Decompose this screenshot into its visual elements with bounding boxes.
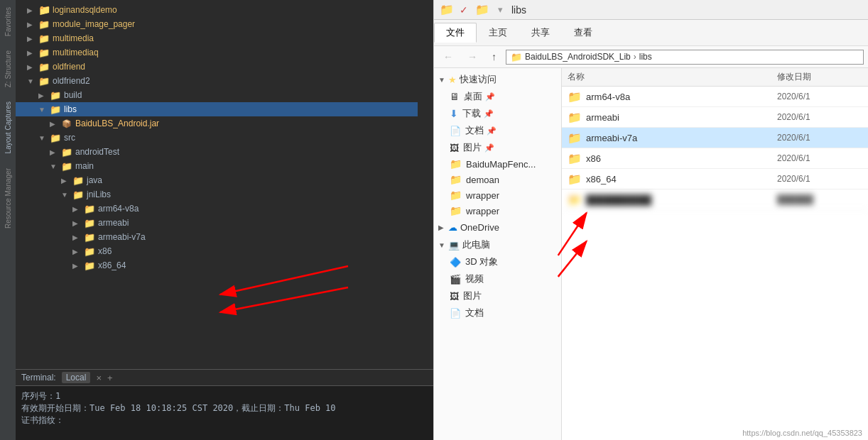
nav-item-documents[interactable]: 📄 文档 📌 <box>434 122 561 139</box>
tree-label: java <box>87 175 102 185</box>
nav-forward-button[interactable]: → <box>462 49 482 65</box>
nav-section-this-pc-header[interactable]: ▼ 💻 此电脑 <box>434 236 561 253</box>
tree-item-main[interactable]: ▼ 📁 main <box>16 159 418 173</box>
nav-item-videos[interactable]: 🎬 视频 <box>434 270 561 287</box>
tree-item-oldfriend2[interactable]: ▼ 📁 oldfriend2 <box>16 74 418 88</box>
nav-item-label: 视频 <box>465 273 484 285</box>
resource-manager-tab[interactable]: Resource Manager <box>2 161 14 236</box>
section-arrow-icon: ▶ <box>438 224 448 231</box>
terminal-close-btn[interactable]: × <box>96 373 102 383</box>
layout-captures-tab[interactable]: Layout Captures <box>2 94 14 160</box>
nav-section-onedrive-header[interactable]: ▶ ☁ OneDrive <box>434 220 561 235</box>
folder-icon: 📁 <box>50 132 61 143</box>
address-path-segment1[interactable]: BaiduLBS_AndroidSDK_Lib <box>525 52 631 62</box>
tree-item-x86[interactable]: ▶ 📁 x86 <box>16 244 418 258</box>
ide-main: ▶ 📁 loginandsqldemo ▶ 📁 module_image_pag… <box>16 0 433 440</box>
col-name-header: 名称 <box>568 71 777 83</box>
nav-item-label: 文档 <box>465 124 484 137</box>
tree-item-libs[interactable]: ▼ 📁 libs <box>16 102 418 116</box>
tree-item-oldfriend[interactable]: ▶ 📁 oldfriend <box>16 60 418 74</box>
address-icon: 📁 <box>511 52 522 62</box>
folder-file-icon: 📁 <box>568 131 582 145</box>
tree-arrow: ▶ <box>27 6 38 14</box>
nav-item-label: demoan <box>466 175 499 185</box>
tree-item-x86-64[interactable]: ▶ 📁 x86_64 <box>16 258 418 273</box>
tree-item-src[interactable]: ▼ 📁 src <box>16 131 418 145</box>
document-icon: 📄 <box>450 308 461 319</box>
folder-icon: 📁 <box>84 203 95 214</box>
tree-item-multimediaq[interactable]: ▶ 📁 multimediaq <box>16 45 418 60</box>
tree-arrow: ▶ <box>27 21 38 28</box>
file-list: 名称 修改日期 📁 arm64-v8a 2020/6/1 📁 armeabi 2… <box>562 68 868 440</box>
nav-item-label: 图片 <box>463 141 482 154</box>
tree-arrow: ▶ <box>72 262 84 270</box>
tree-label: jniLibs <box>87 189 111 199</box>
tree-item-jnilibs[interactable]: ▼ 📁 jniLibs <box>16 187 418 202</box>
nav-item-3d[interactable]: 🔷 3D 对象 <box>434 253 561 270</box>
file-row-armeabi[interactable]: 📁 armeabi 2020/6/1 <box>562 107 868 128</box>
tree-item-baidulbs-jar[interactable]: ▶ 📦 BaiduLBS_Android.jar <box>16 116 418 131</box>
file-row-x86[interactable]: 📁 x86 2020/6/1 <box>562 148 868 169</box>
nav-item-desktop[interactable]: 🖥 桌面 📌 <box>434 88 561 105</box>
file-name: x86_64 <box>586 174 777 185</box>
nav-section-quick-access-header[interactable]: ▼ ★ 快速访问 <box>434 71 561 88</box>
terminal-panel: Terminal: Local × + 序列号：1 有效期开始日期：Tue Fe… <box>16 369 433 440</box>
tree-label: multimedia <box>53 33 94 43</box>
file-date: 2020/6/1 <box>777 92 862 101</box>
nav-item-pictures[interactable]: 🖼 图片 📌 <box>434 139 561 156</box>
tree-item-multimedia[interactable]: ▶ 📁 multimedia <box>16 31 418 45</box>
nav-back-button[interactable]: ← <box>438 49 458 65</box>
folder-icon: 📁 <box>61 146 72 158</box>
address-path-segment2[interactable]: libs <box>639 52 652 62</box>
folder-icon: 📁 <box>84 231 95 243</box>
tree-label: x86 <box>98 246 112 256</box>
nav-item-wrapper1[interactable]: 📁 wrapper <box>434 187 561 203</box>
nav-item-downloads[interactable]: ⬇ 下载 📌 <box>434 105 561 122</box>
terminal-content: 序列号：1 有效期开始日期：Tue Feb 18 10:18:25 CST 20… <box>16 386 433 431</box>
favorites-tab[interactable]: Favorites <box>2 0 14 43</box>
nav-item-wrapper2[interactable]: 📁 wrapper <box>434 203 561 219</box>
tree-item-arm64-v8a[interactable]: ▶ 📁 arm64-v8a <box>16 202 418 216</box>
ribbon: 文件 主页 共享 查看 <box>434 20 868 46</box>
nav-item-label: 3D 对象 <box>465 255 498 268</box>
file-row-x86-64[interactable]: 📁 x86_64 2020/6/1 <box>562 169 868 189</box>
tree-label: BaiduLBS_Android.jar <box>75 119 159 128</box>
structure-tab[interactable]: Z: Structure <box>2 43 14 94</box>
tree-item-armeabi[interactable]: ▶ 📁 armeabi <box>16 216 418 230</box>
pin-icon: 📌 <box>484 109 494 119</box>
ribbon-tab-view[interactable]: 查看 <box>562 23 604 43</box>
terminal-local-tab[interactable]: Local <box>62 372 91 383</box>
tree-item-loginandsqldemo[interactable]: ▶ 📁 loginandsqldemo <box>16 3 418 17</box>
tree-label: src <box>64 133 75 143</box>
folder-icon: 📁 <box>38 4 50 16</box>
nav-item-label: 桌面 <box>464 90 482 103</box>
nav-item-baidumapfenc[interactable]: 📁 BaiduMapFenc... <box>434 156 561 172</box>
tree-item-build[interactable]: ▶ 📁 build <box>16 88 418 102</box>
folder-icon: 📁 <box>38 18 50 30</box>
tree-item-androidtest[interactable]: ▶ 📁 androidTest <box>16 145 418 159</box>
nav-item-demoan[interactable]: 📁 demoan <box>434 172 561 187</box>
ribbon-tab-share[interactable]: 共享 <box>519 23 562 43</box>
tree-item-module-image-pager[interactable]: ▶ 📁 module_image_pager <box>16 17 418 31</box>
desktop-icon: 🖥 <box>450 91 460 102</box>
nav-item-pc-pictures[interactable]: 🖼 图片 <box>434 287 561 304</box>
file-row-arm64-v8a[interactable]: 📁 arm64-v8a 2020/6/1 <box>562 87 868 107</box>
ribbon-tab-home[interactable]: 主页 <box>477 23 519 43</box>
tree-item-java[interactable]: ▶ 📁 java <box>16 173 418 187</box>
tree-arrow: ▶ <box>72 205 84 213</box>
tree-arrow: ▼ <box>27 77 38 85</box>
threed-icon: 🔷 <box>450 257 461 268</box>
nav-section-quick-access: ▼ ★ 快速访问 🖥 桌面 📌 ⬇ 下载 📌 📄 文档 📌 <box>434 71 561 219</box>
nav-up-button[interactable]: ↑ <box>487 49 501 65</box>
terminal-add-btn[interactable]: + <box>107 373 113 383</box>
nav-section-onedrive: ▶ ☁ OneDrive <box>434 220 561 235</box>
nav-item-pc-documents[interactable]: 📄 文档 <box>434 304 561 321</box>
tree-arrow: ▶ <box>72 233 84 241</box>
file-date: 2020/6/1 <box>777 112 862 122</box>
tree-label: module_image_pager <box>53 19 135 29</box>
folder-file-icon: 📁 <box>568 192 582 207</box>
nav-item-label: 图片 <box>463 290 482 302</box>
tree-item-armeabi-v7a[interactable]: ▶ 📁 armeabi-v7a <box>16 230 418 244</box>
file-row-armeabi-v7a[interactable]: 📁 armeabi-v7a 2020/6/1 <box>562 128 868 148</box>
ribbon-tab-file[interactable]: 文件 <box>434 23 477 43</box>
